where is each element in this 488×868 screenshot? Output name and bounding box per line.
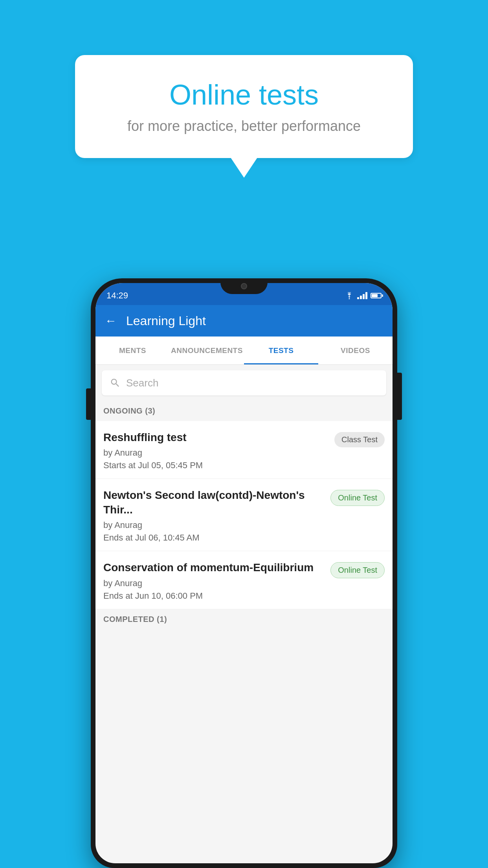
- test-badge: Online Test: [330, 490, 385, 506]
- app-header: ← Learning Light: [95, 305, 393, 337]
- tab-tests[interactable]: TESTS: [244, 337, 318, 364]
- test-name: Newton's Second law(contd)-Newton's Thir…: [103, 488, 324, 517]
- status-icons: [345, 292, 382, 299]
- tab-videos[interactable]: VIDEOS: [318, 337, 393, 364]
- bubble-subtitle: for more practice, better performance: [106, 118, 382, 134]
- tabs-bar: MENTS ANNOUNCEMENTS TESTS VIDEOS: [95, 337, 393, 365]
- test-author: by Anurag: [103, 520, 324, 530]
- test-info: Reshuffling test by Anurag Starts at Jul…: [103, 430, 334, 471]
- battery-fill: [372, 294, 378, 297]
- test-list: Reshuffling test by Anurag Starts at Jul…: [95, 421, 393, 609]
- phone-screen: 14:29: [95, 283, 393, 863]
- tab-ments[interactable]: MENTS: [95, 337, 170, 364]
- phone-outer: 14:29: [91, 278, 397, 868]
- search-icon: [110, 377, 121, 388]
- test-item[interactable]: Conservation of momentum-Equilibrium by …: [95, 551, 393, 609]
- test-badge: Online Test: [330, 562, 385, 578]
- completed-section-header: COMPLETED (1): [95, 609, 393, 629]
- ongoing-section-header: ONGOING (3): [95, 401, 393, 421]
- test-badge: Class Test: [334, 432, 385, 447]
- back-button[interactable]: ←: [105, 314, 117, 327]
- test-info: Newton's Second law(contd)-Newton's Thir…: [103, 488, 330, 543]
- test-author: by Anurag: [103, 448, 328, 458]
- status-time: 14:29: [106, 291, 128, 301]
- test-item[interactable]: Newton's Second law(contd)-Newton's Thir…: [95, 479, 393, 551]
- test-name: Conservation of momentum-Equilibrium: [103, 561, 324, 575]
- test-time: Ends at Jun 10, 06:00 PM: [103, 591, 324, 601]
- search-container: Search: [95, 365, 393, 401]
- phone-mockup: 14:29: [91, 278, 397, 868]
- speech-bubble-area: Online tests for more practice, better p…: [75, 55, 413, 158]
- test-author: by Anurag: [103, 578, 324, 588]
- test-info: Conservation of momentum-Equilibrium by …: [103, 561, 330, 601]
- wifi-icon: [345, 292, 354, 299]
- tab-announcements[interactable]: ANNOUNCEMENTS: [170, 337, 244, 364]
- signal-icon: [357, 292, 367, 299]
- phone-notch: [220, 278, 268, 294]
- search-placeholder: Search: [126, 377, 158, 389]
- speech-bubble: Online tests for more practice, better p…: [75, 55, 413, 158]
- front-camera: [241, 283, 247, 289]
- test-time: Starts at Jul 05, 05:45 PM: [103, 460, 328, 471]
- app-title: Learning Light: [126, 314, 206, 328]
- bubble-title: Online tests: [106, 79, 382, 111]
- search-input-wrapper[interactable]: Search: [102, 370, 386, 395]
- test-item[interactable]: Reshuffling test by Anurag Starts at Jul…: [95, 421, 393, 479]
- test-name: Reshuffling test: [103, 430, 328, 445]
- battery-icon: [371, 293, 382, 298]
- test-time: Ends at Jul 06, 10:45 AM: [103, 533, 324, 543]
- svg-point-0: [349, 298, 350, 300]
